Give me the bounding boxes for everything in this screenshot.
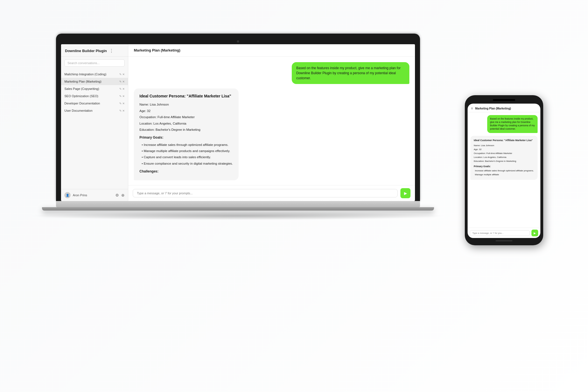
sidebar-item-actions: ✎ ✕ xyxy=(119,95,125,98)
sidebar-item-actions: ✎ ✕ xyxy=(119,80,125,83)
phone-user-message: Based on the features inside my product,… xyxy=(470,115,538,133)
phone-goal-item: Increase affiliate sales through optimiz… xyxy=(475,169,534,172)
laptop-screen-wrapper: Downline Builder Plugin ⋮ Search convers… xyxy=(56,34,420,201)
sidebar-list-item[interactable]: Mailchimp Integration (Coding) ✎ ✕ xyxy=(61,71,128,78)
phone-body: ≡ Marketing Plan (Marketing) Based on th… xyxy=(465,95,543,245)
assistant-heading: Ideal Customer Persona: "Affiliate Marke… xyxy=(139,93,233,99)
laptop-bezel xyxy=(61,39,415,44)
sidebar-list-item[interactable]: SEO Optimization (SEO) ✎ ✕ xyxy=(61,92,128,100)
sidebar-item-label: Mailchimp Integration (Coding) xyxy=(64,73,119,76)
app-ui: Downline Builder Plugin ⋮ Search convers… xyxy=(61,44,415,201)
phone-notch xyxy=(493,99,515,101)
phone-persona-age: Age: 32 xyxy=(474,148,534,151)
persona-occupation: Occupation: Full-time Affiliate Marketer xyxy=(139,115,233,120)
laptop-camera xyxy=(237,40,239,43)
assistant-message: Ideal Customer Persona: "Affiliate Marke… xyxy=(134,88,409,180)
search-box[interactable]: Search conversations... xyxy=(64,59,125,67)
sidebar: Downline Builder Plugin ⋮ Search convers… xyxy=(61,44,128,201)
sidebar-list: Mailchimp Integration (Coding) ✎ ✕ Marke… xyxy=(61,69,128,189)
persona-education: Education: Bachelor's Degree in Marketin… xyxy=(139,127,233,132)
sidebar-item-label: Developer Documentation xyxy=(64,102,119,105)
sidebar-item-actions: ✎ ✕ xyxy=(119,102,125,105)
sidebar-item-label: Marketing Plan (Marketing) xyxy=(64,80,119,83)
user-message: Based on the features inside my product,… xyxy=(134,62,409,84)
user-bubble: Based on the features inside my product,… xyxy=(292,62,409,84)
goal-item: Ensure compliance and security in digita… xyxy=(142,161,233,166)
phone-assistant-bubble: Ideal Customer Persona: "Affiliate Marke… xyxy=(470,136,538,180)
phone-header: ≡ Marketing Plan (Marketing) xyxy=(468,104,540,112)
sidebar-list-item[interactable]: Developer Documentation ✎ ✕ xyxy=(61,100,128,107)
sidebar-list-item[interactable]: Sales Page (Copywriting) ✎ ✕ xyxy=(61,85,128,92)
phone: ≡ Marketing Plan (Marketing) Based on th… xyxy=(465,95,543,245)
settings-icon[interactable]: ⚙ xyxy=(115,193,119,197)
chat-input[interactable] xyxy=(133,189,398,197)
avatar: 👤 xyxy=(64,192,71,198)
sidebar-item-actions: ✎ ✕ xyxy=(119,73,125,76)
phone-persona-name: Name: Lisa Johnson xyxy=(474,144,534,147)
phone-persona-education: Education: Bachelor's Degree in Marketin… xyxy=(474,160,534,163)
phone-user-bubble: Based on the features inside my product,… xyxy=(487,115,538,133)
sidebar-item-label: User Documentation xyxy=(64,109,119,112)
persona-age: Age: 32 xyxy=(139,108,233,113)
sidebar-footer: 👤 Aron Prins ⚙ ⊕ xyxy=(61,189,128,201)
primary-goals-title: Primary Goals: xyxy=(139,135,233,140)
phone-goals-list: Increase affiliate sales through optimiz… xyxy=(474,169,534,176)
assistant-bubble: Ideal Customer Persona: "Affiliate Marke… xyxy=(134,88,239,180)
sidebar-list-item[interactable]: Marketing Plan (Marketing) ✎ ✕ xyxy=(61,78,128,85)
laptop: Downline Builder Plugin ⋮ Search convers… xyxy=(56,34,420,220)
laptop-foot xyxy=(42,207,434,211)
challenges-title: Challenges: xyxy=(139,169,233,174)
scene: Downline Builder Plugin ⋮ Search convers… xyxy=(0,0,588,392)
phone-home-indicator xyxy=(496,240,512,241)
chat-messages: Based on the features inside my product,… xyxy=(128,57,415,185)
chat-header: Marketing Plan (Marketing) xyxy=(128,44,415,57)
phone-input-area: ▶ xyxy=(468,228,540,238)
persona-name: Name: Lisa Johnson xyxy=(139,102,233,107)
laptop-base xyxy=(56,201,420,207)
phone-send-button[interactable]: ▶ xyxy=(531,230,538,236)
sidebar-title: Downline Builder Plugin xyxy=(65,49,107,53)
sidebar-item-actions: ✎ ✕ xyxy=(119,109,125,112)
phone-menu-icon[interactable]: ≡ xyxy=(471,106,473,110)
user-name: Aron Prins xyxy=(73,193,87,197)
phone-assistant-heading: Ideal Customer Persona: "Affiliate Marke… xyxy=(474,139,534,143)
primary-goals-list: Increase affiliate sales through optimiz… xyxy=(139,142,233,166)
sidebar-item-label: SEO Optimization (SEO) xyxy=(64,94,119,98)
sidebar-list-item[interactable]: User Documentation ✎ ✕ xyxy=(61,107,128,114)
help-icon[interactable]: ⊕ xyxy=(121,193,125,197)
phone-messages: Based on the features inside my product,… xyxy=(468,112,540,228)
send-button[interactable]: ▶ xyxy=(400,188,410,198)
laptop-screen: Downline Builder Plugin ⋮ Search convers… xyxy=(61,44,415,201)
phone-goals-title: Primary Goals: xyxy=(474,165,534,168)
sidebar-header: Downline Builder Plugin ⋮ xyxy=(61,44,128,57)
sidebar-item-label: Sales Page (Copywriting) xyxy=(64,87,119,90)
chat-input-area: ▶ xyxy=(128,185,415,201)
chat-title: Marketing Plan (Marketing) xyxy=(134,48,180,52)
phone-persona-occupation: Occupation: Full-time Affiliate Marketer xyxy=(474,152,534,155)
phone-goal-item: Manage multiple affiliate xyxy=(475,173,534,176)
footer-icons: ⚙ ⊕ xyxy=(115,193,125,197)
phone-persona-location: Location: Los Angeles, California xyxy=(474,156,534,159)
sidebar-item-actions: ✎ ✕ xyxy=(119,87,125,90)
phone-chat-input[interactable] xyxy=(470,230,530,236)
sidebar-menu-icon[interactable]: ⋮ xyxy=(109,48,114,53)
phone-screen: ≡ Marketing Plan (Marketing) Based on th… xyxy=(468,104,540,238)
laptop-shadow xyxy=(28,212,448,220)
goal-item: Manage multiple affiliate products and c… xyxy=(142,148,233,153)
phone-chat-title: Marketing Plan (Marketing) xyxy=(475,107,511,110)
persona-location: Location: Los Angeles, California xyxy=(139,121,233,126)
goal-item: Capture and convert leads into sales eff… xyxy=(142,155,233,160)
goal-item: Increase affiliate sales through optimiz… xyxy=(142,142,233,147)
chat-area: Marketing Plan (Marketing) Based on the … xyxy=(128,44,415,201)
